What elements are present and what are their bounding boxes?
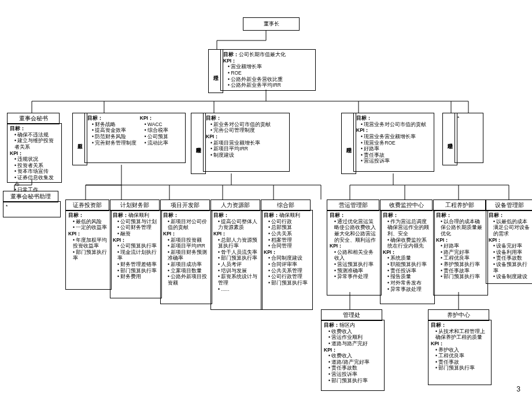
- mgmt-title: 管理处: [321, 309, 382, 321]
- evp-content: 目标： 新业务对公司市值的贡献完善公司管理制度 KPI： 新项目营业额增长率新项…: [203, 113, 290, 172]
- d1-title: 证券投资部: [65, 200, 109, 211]
- maint-content: 目标：从技术和工程管理上确保养护工程的质量 KPI：养护收入工程优良率责任事故部…: [428, 320, 492, 385]
- assistant-content: *: [455, 113, 483, 163]
- d4-title: 人力资源部: [210, 200, 260, 211]
- d3-content: 目标：新项目对公司价值的贡献 KPI：新项目投资额新项目平均IRR新项目财务预测…: [160, 210, 212, 304]
- maint-title: 养护中心: [428, 309, 489, 321]
- cfo-content: 目标： 财务战略提高资金效率防范财务风险完善财务管理制度 KPI： WACC综合…: [84, 113, 186, 163]
- d7-title: 收费监控中心: [380, 200, 433, 211]
- d5-title: 综合部: [261, 200, 311, 211]
- d2-title: 计划财务部: [110, 200, 160, 211]
- d4-content: 目标：提高公司整体人力资源素质 KPI：总部人力资源预算执行率骨干人员流失率部门…: [210, 210, 263, 310]
- d9-title: 设备管理部: [486, 200, 532, 211]
- d7-content: 目标：作为营运总调度确保营运作业的顾利、安全确保收费监控系统在行业内领先 KPI…: [380, 210, 435, 304]
- secretary-content: 目标： 确保不违法规建立与维护投资者关系 KPI： 违规状况投资者关系资本市场宣…: [7, 123, 62, 183]
- d6-content: 目标：通过优化营运策略使公路收费收入最大化和公路营运的安全、顺利运作 KPI：公…: [327, 210, 382, 295]
- mgmt-content: 目标：辖区内收费收入营运作业顺利道路与路产完好 KPI：收费收入道路/路产完好率…: [321, 320, 385, 391]
- d1-content: 目标：最低的风险一定的收益率 KPI：年度加权平均投资收益率部门预算执行率: [65, 210, 112, 290]
- secretary-title: 董事会秘书: [7, 113, 60, 124]
- chairman-label: 董事长: [264, 21, 279, 27]
- d6-title: 营运管理部: [327, 200, 379, 211]
- d8-title: 工程养护部: [433, 200, 486, 211]
- sec-assistant-title: 董事会秘书助理: [3, 191, 58, 202]
- d5-content: 目标：确保顺利公司行政总部预算公共关系档案管理合同管理 KPI：合同制度建设合同…: [261, 210, 313, 310]
- d8-content: 目标：以合理的成本确保公路长期质量最优化 KPI：好路率路产完好率工程优良率养护…: [433, 210, 488, 295]
- page-number: 3: [516, 385, 520, 393]
- sec-assistant-content: *: [3, 201, 61, 217]
- d3-title: 项目开发部: [160, 200, 210, 211]
- chairman-box: 董事长: [243, 17, 300, 31]
- d2-content: 目标：确保顺利公司预算与计划公司财务管理融资 KPI：公司预算执行率现金流计划执…: [110, 210, 162, 298]
- d9-content: 目标：以最低的成本满足公司对设备的需求 KPI：设备完好率设备利用率责任事故数设…: [486, 210, 532, 284]
- gm-content: 目标：公司长期市值最大化 KPI： 营业额增长率ROE公路外新业务营收比重公路外…: [220, 49, 316, 91]
- vp-content: 目标： 现营业务对公司市值的贡献 KPI： 现营业务营业额增长率现营业务ROE好…: [353, 113, 434, 172]
